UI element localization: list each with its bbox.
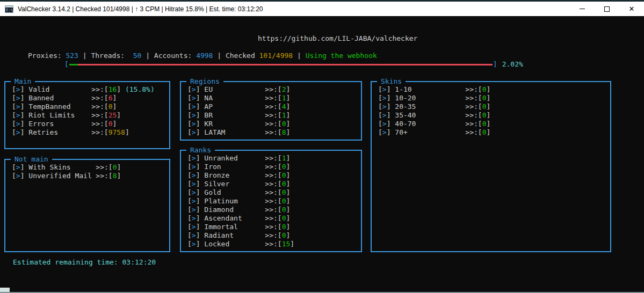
- panel-title-regions: Regions: [186, 77, 223, 85]
- arrow-icon: >: [16, 85, 20, 93]
- window-title: ValChecker 3.14.2 | Checked 101/4998 | ↑…: [18, 5, 263, 13]
- bracket-close: ]: [387, 111, 395, 119]
- row-label: LATAM: [204, 128, 265, 137]
- bracket-close: ]: [196, 111, 205, 119]
- row-label: Immortal: [204, 223, 265, 231]
- value-close: ]: [486, 128, 490, 136]
- arrow-icon: >: [192, 154, 196, 162]
- stat-row: [>] 35-40>>:[0]: [378, 111, 610, 120]
- bracket-close: ]: [20, 163, 29, 171]
- app-window: C:\ ValChecker 3.14.2 | Checked 101/4998…: [0, 0, 644, 293]
- value-prefix: >>:[: [265, 197, 281, 205]
- stat-segment: |: [78, 52, 91, 60]
- bracket-open: [: [187, 214, 192, 222]
- value-prefix: >>:[: [265, 206, 281, 214]
- panel-rows: [>] 1-10>>:[0][>] 10-20>>:[0][>] 20-35>>…: [372, 82, 610, 137]
- estimated-time: Estimated remaining time: 03:12:20: [13, 258, 156, 267]
- arrow-icon: >: [16, 128, 20, 136]
- stat-segment: 523: [66, 52, 78, 60]
- bracket-open: [: [187, 188, 192, 196]
- bracket-close: ]: [196, 206, 205, 214]
- bracket-open: [: [187, 128, 192, 136]
- value-close: ]: [486, 120, 490, 128]
- stat-segment: Checked: [226, 52, 259, 60]
- arrow-icon: >: [16, 102, 20, 111]
- row-value: 16: [108, 85, 117, 93]
- bracket-close: ]: [387, 94, 395, 102]
- bracket-open: [: [12, 94, 16, 102]
- progress-bar: [ ] 2.02%: [64, 60, 523, 69]
- row-label: With Skins: [28, 163, 96, 172]
- repo-url: https://github.com/LIL-JABA/valchecker: [258, 34, 417, 43]
- stat-row: [>] BR>>:[1]: [187, 111, 361, 120]
- progress-open-bracket: [: [64, 60, 69, 69]
- bracket-close: ]: [387, 85, 395, 93]
- maximize-button[interactable]: [595, 2, 619, 16]
- stat-segment: 4998: [196, 52, 213, 60]
- stat-row: [>] Bronze>>:[0]: [187, 171, 361, 180]
- bracket-close: ]: [20, 85, 29, 93]
- stat-row: [>] Unranked>>:[1]: [187, 154, 361, 163]
- row-value: 25: [108, 111, 117, 119]
- row-label: 1-10: [395, 85, 465, 94]
- arrow-icon: >: [192, 171, 196, 179]
- arrow-icon: >: [382, 128, 387, 136]
- arrow-icon: >: [192, 102, 196, 111]
- bracket-close: ]: [387, 102, 395, 111]
- bracket-open: [: [378, 102, 382, 111]
- bracket-close: ]: [196, 94, 205, 102]
- bracket-open: [: [187, 163, 192, 171]
- stat-row: [>] Radiant>>:[0]: [187, 231, 361, 240]
- arrow-icon: >: [192, 231, 196, 239]
- bracket-close: ]: [20, 111, 29, 119]
- value-prefix: >>:[: [465, 85, 482, 93]
- close-button[interactable]: ✕: [619, 2, 644, 16]
- panel-title-not-main: Not main: [11, 155, 52, 163]
- value-prefix: >>:[: [265, 171, 281, 179]
- skins-panel: Skins [>] 1-10>>:[0][>] 10-20>>:[0][>] 2…: [371, 81, 611, 252]
- stat-row: [>] Silver>>:[0]: [187, 180, 361, 188]
- stat-segment: Proxies:: [28, 52, 66, 60]
- value-close: ]: [112, 94, 117, 102]
- stat-row: [>] Ascendant>>:[0]: [187, 214, 361, 223]
- bracket-close: ]: [20, 172, 29, 180]
- bracket-close: ]: [196, 120, 205, 128]
- bracket-open: [: [187, 111, 192, 119]
- stat-segment: 101/4998: [259, 52, 293, 60]
- value-close: ]: [117, 172, 121, 180]
- value-close: ]: [486, 102, 490, 111]
- bracket-open: [: [187, 206, 192, 214]
- arrow-icon: >: [192, 163, 196, 171]
- value-prefix: >>:[: [265, 240, 281, 248]
- bracket-open: [: [12, 163, 16, 171]
- stat-row: [>] Banned>>:[6]: [12, 94, 169, 102]
- value-prefix: >>:[: [465, 120, 482, 128]
- row-label: Valid: [28, 85, 91, 94]
- value-close: ]: [286, 120, 290, 128]
- value-prefix: >>:[: [91, 85, 108, 93]
- arrow-icon: >: [16, 120, 20, 128]
- value-close: ]: [286, 94, 290, 102]
- value-close: ]: [286, 154, 290, 162]
- value-close: ]: [486, 85, 490, 93]
- bracket-close: ]: [20, 102, 29, 111]
- value-prefix: >>:[: [265, 180, 281, 188]
- bracket-close: ]: [20, 120, 29, 128]
- stat-row: [>] Riot Limits>>:[25]: [12, 111, 169, 120]
- bracket-open: [: [187, 223, 192, 231]
- arrow-icon: >: [192, 240, 196, 248]
- arrow-icon: >: [16, 111, 20, 119]
- row-label: Locked: [204, 240, 265, 248]
- value-prefix: >>:[: [91, 94, 108, 102]
- stat-segment: Using the webhook: [306, 52, 377, 60]
- bracket-close: ]: [196, 154, 205, 162]
- row-label: BR: [204, 111, 265, 120]
- panel-title-ranks: Ranks: [186, 146, 215, 154]
- value-close: ]: [286, 171, 290, 179]
- stat-segment: 50: [133, 52, 142, 60]
- row-label: Bronze: [204, 171, 265, 180]
- minimize-button[interactable]: [570, 2, 595, 16]
- stat-row: [>] TempBanned>>:[0]: [12, 102, 169, 111]
- bracket-close: ]: [196, 180, 205, 188]
- bracket-open: [: [187, 180, 192, 188]
